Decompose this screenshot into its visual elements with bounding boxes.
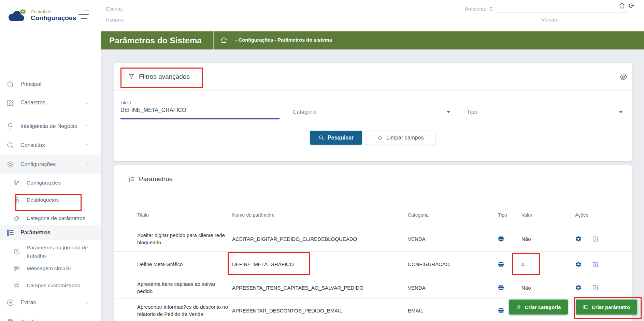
globe-icon: [498, 261, 504, 267]
row-edit-icon[interactable]: [592, 235, 599, 242]
filters-toggle[interactable]: Filtros avançados: [128, 63, 190, 90]
sidebar-item-label: Cadastros: [20, 99, 45, 107]
create-category-label: Criar categoria: [525, 304, 561, 310]
home-icon: [6, 80, 14, 88]
sidebar-item-parametros[interactable]: Parâmetros: [0, 225, 101, 240]
app-logo: Central de Configurações: [6, 8, 76, 23]
categoria-select[interactable]: Categoria: [293, 100, 452, 119]
globe-icon: [498, 307, 504, 313]
sidebar-item-label: Mensagem circular: [27, 264, 71, 273]
text-cursor: [187, 107, 187, 113]
sidebar: Principal Cadastros Inteligência de Negó…: [0, 31, 101, 321]
sidebar-item-label: Relatórios: [20, 318, 45, 321]
clear-fields-button[interactable]: Limpar campos: [366, 131, 435, 145]
ambiente-label: Ambiente: C: [465, 6, 493, 12]
divider: [213, 31, 214, 49]
cell-valor: 0: [521, 261, 575, 268]
sidebar-item-extras[interactable]: Extras: [0, 295, 101, 310]
create-category-button[interactable]: Criar categoria: [509, 300, 568, 315]
plus-circle-icon: [6, 298, 14, 307]
chevron-right-icon: [84, 300, 89, 305]
bulb-icon: [6, 122, 14, 130]
cell-nome: APRESENTAR_DESCONTOS_PEDIDO_EMAIL: [232, 307, 408, 314]
row-edit-icon[interactable]: [592, 261, 599, 268]
column-header-titulo: Titulo: [137, 212, 232, 218]
cell-acoes: [575, 235, 632, 242]
cell-acoes: [575, 261, 632, 268]
top-bar: Central de Configurações Cliente: Usuári…: [0, 0, 644, 31]
sidebar-item-cadastros[interactable]: Cadastros: [0, 95, 101, 111]
unlock-icon: [13, 196, 20, 204]
cell-titulo: Define Meta Gráfico: [137, 261, 232, 268]
sidebar-item-configuracoes[interactable]: Configurações: [0, 155, 101, 174]
search-icon: [318, 135, 324, 141]
column-header-categoria: Categoria: [408, 212, 498, 218]
sidebar-item-label: Parâmetros da jornada de trabalho: [27, 244, 90, 260]
row-settings-gear-icon[interactable]: [575, 284, 582, 291]
tipo-select[interactable]: Tipo: [467, 100, 625, 119]
sidebar-item-inteligencia-de-negocio[interactable]: Inteligência de Negócio: [0, 116, 101, 136]
sidebar-item-label: Extras: [20, 298, 36, 307]
menu-toggle-icon[interactable]: [78, 11, 89, 19]
list-icon: [583, 304, 588, 310]
search-icon: [6, 141, 14, 149]
sidebar-item-label: Desbloqueios: [27, 196, 59, 204]
hide-filters-eye-slash-icon[interactable]: [619, 74, 628, 81]
table-row: Apresenta itens capitaes ao salvar pedid…: [114, 277, 632, 298]
gears-cluster-icon: [13, 179, 20, 187]
chevron-right-icon: [84, 143, 89, 148]
eraser-diamond-icon: [377, 135, 383, 141]
create-parameter-button[interactable]: Criar parâmetro: [576, 300, 637, 315]
breadcrumb-home-icon[interactable]: [220, 37, 228, 44]
globe-icon: [498, 236, 504, 242]
breadcrumb: - Configurações - Parâmetros do sistema: [235, 37, 332, 43]
table-row: Define Meta Gráfico DEFINE_META_GRAFICO …: [114, 252, 632, 277]
list-icon: [6, 229, 14, 237]
chevron-right-icon: [84, 100, 89, 105]
column-header-tipo: Tipo: [498, 212, 521, 218]
row-edit-icon[interactable]: [592, 284, 599, 291]
cell-tipo: [498, 284, 521, 291]
sidebar-item-principal[interactable]: Principal: [0, 76, 101, 92]
home-icon[interactable]: [618, 2, 626, 9]
sidebar-item-consultas[interactable]: Consultas: [0, 137, 101, 153]
search-button[interactable]: Pesquisar: [310, 131, 362, 145]
parameters-title: Parâmetros: [139, 175, 172, 183]
cell-categoria: EMAIL: [408, 307, 498, 314]
versao-label: Versão:: [541, 17, 559, 23]
sidebar-item-configuracoes-sub[interactable]: Configurações: [0, 175, 101, 191]
cell-categoria: CONFIGURACAO: [408, 261, 498, 268]
sidebar-item-parametros-jornada[interactable]: Parâmetros da jornada de trabalho: [0, 242, 101, 262]
cell-titulo: Aceitar digitar pedido para cliente rede…: [137, 232, 232, 246]
sidebar-item-campos-customizados[interactable]: Campos customizados: [0, 278, 101, 293]
titulo-field[interactable]: Titulo DEFINE_META_GRAFICO: [120, 100, 280, 119]
table-row: Aceitar digitar pedido para cliente rede…: [114, 226, 632, 252]
sidebar-item-label: Inteligência de Negócio: [20, 122, 77, 130]
app-screen: Central de Configurações Cliente: Usuári…: [0, 0, 644, 321]
sidebar-item-label: Categoria de parâmetros: [27, 214, 85, 222]
logo-text-line1: Central de: [31, 9, 76, 14]
create-parameter-label: Criar parâmetro: [592, 304, 630, 310]
usuario-label: Usuário:: [106, 17, 125, 23]
edit-icon: [6, 99, 14, 107]
field-underline: [293, 119, 452, 119]
cell-titulo: Apresentar informac?es de desconto no re…: [137, 303, 232, 318]
sidebar-item-desbloqueios[interactable]: Desbloqueios: [0, 192, 101, 208]
sidebar-item-label: Campos customizados: [27, 281, 80, 290]
cell-valor: Não: [521, 284, 575, 291]
parameters-card: Parâmetros Titulo Nome do parâmetro Cate…: [114, 165, 632, 321]
sidebar-item-mensagem-circular[interactable]: Mensagem circular: [0, 261, 101, 276]
clear-fields-button-label: Limpar campos: [386, 135, 424, 141]
row-settings-gear-icon[interactable]: [575, 235, 582, 242]
globe-icon: [498, 284, 504, 291]
layers-icon: [13, 282, 20, 289]
row-settings-gear-icon[interactable]: [575, 261, 582, 268]
chevron-down-icon: [84, 162, 89, 167]
titulo-input[interactable]: DEFINE_META_GRAFICO: [120, 107, 186, 113]
sidebar-item-label: Parâmetros: [20, 229, 51, 237]
sidebar-item-label: Consultas: [20, 141, 45, 149]
logout-icon[interactable]: [628, 2, 635, 9]
sidebar-item-relatorios[interactable]: Relatórios: [0, 314, 101, 321]
funnel-icon: [128, 73, 135, 80]
cell-nome: ACEITAR_DIGITAR_PEDIDO_CLIREDEBLOQUEADO: [232, 235, 408, 243]
